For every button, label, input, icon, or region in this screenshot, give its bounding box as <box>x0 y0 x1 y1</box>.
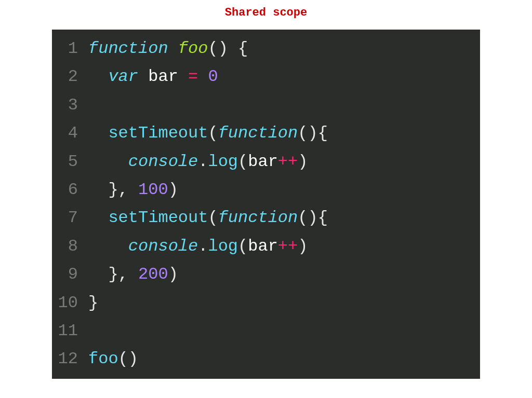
code-line: 1 function foo() { <box>52 35 480 63</box>
line-number: 5 <box>52 148 88 176</box>
line-number: 11 <box>52 317 88 345</box>
code-content: console.log(bar++) <box>88 148 308 176</box>
line-number: 9 <box>52 260 88 289</box>
code-line: 11 <box>52 317 480 345</box>
line-number: 6 <box>52 176 88 204</box>
line-number: 1 <box>52 35 88 63</box>
code-line: 2 var bar = 0 <box>52 63 480 91</box>
code-content: } <box>88 289 98 317</box>
line-number: 12 <box>52 345 88 373</box>
code-editor: 1 function foo() { 2 var bar = 0 3 4 set… <box>52 30 480 379</box>
code-content: foo() <box>88 345 138 373</box>
code-content: }, 100) <box>88 176 178 204</box>
code-line: 6 }, 100) <box>52 176 480 204</box>
code-content: }, 200) <box>88 260 178 289</box>
code-line: 9 }, 200) <box>52 260 480 289</box>
line-number: 8 <box>52 232 88 260</box>
code-line: 12 foo() <box>52 345 480 373</box>
code-line: 4 setTimeout(function(){ <box>52 119 480 147</box>
code-content: setTimeout(function(){ <box>88 119 328 147</box>
line-number: 7 <box>52 204 88 232</box>
code-content: console.log(bar++) <box>88 232 308 260</box>
code-line: 8 console.log(bar++) <box>52 232 480 260</box>
line-number: 2 <box>52 63 88 91</box>
code-line: 3 <box>52 91 480 119</box>
page-title: Shared scope <box>0 0 532 30</box>
code-line: 5 console.log(bar++) <box>52 148 480 176</box>
code-content: setTimeout(function(){ <box>88 204 328 232</box>
line-number: 3 <box>52 91 88 119</box>
line-number: 4 <box>52 119 88 147</box>
code-content: function foo() { <box>88 35 248 63</box>
line-number: 10 <box>52 289 88 317</box>
code-content: var bar = 0 <box>88 63 218 91</box>
code-line: 7 setTimeout(function(){ <box>52 204 480 232</box>
code-line: 10 } <box>52 289 480 317</box>
